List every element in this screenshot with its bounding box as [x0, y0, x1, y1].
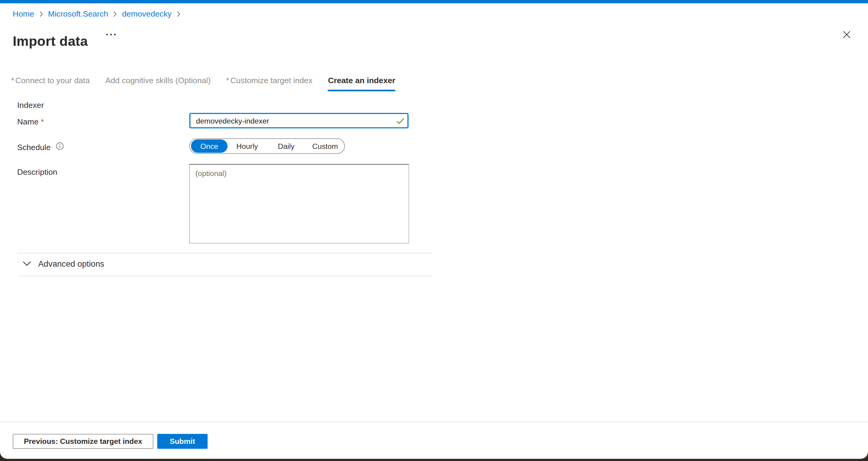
tab-connect-to-your-data[interactable]: * Connect to your data: [11, 76, 90, 91]
description-textarea[interactable]: [189, 164, 409, 243]
divider: [17, 276, 433, 276]
schedule-label-text: Schedule: [17, 143, 51, 151]
close-icon: [842, 30, 851, 38]
ellipsis-icon: [106, 34, 108, 36]
footer-divider: [0, 422, 868, 423]
tab-label: Customize target index: [230, 76, 312, 85]
chevron-right-icon: [39, 11, 43, 17]
valid-checkmark-icon: [396, 117, 405, 127]
page-title: Import data: [13, 34, 88, 50]
breadcrumb-link-home[interactable]: Home: [13, 9, 34, 18]
indexer-name-input[interactable]: [189, 113, 408, 128]
ellipsis-icon: [110, 34, 112, 36]
previous-step-button[interactable]: Previous: Customize target index: [13, 434, 153, 449]
schedule-option-daily[interactable]: Daily: [278, 142, 294, 150]
submit-button[interactable]: Submit: [157, 434, 208, 449]
tab-add-cognitive-skills[interactable]: Add cognitive skills (Optional): [105, 76, 210, 91]
tab-label: Create an indexer: [328, 76, 396, 85]
wizard-tabs: * Connect to your data Add cognitive ski…: [11, 76, 396, 91]
indexer-section-heading: Indexer: [17, 101, 44, 110]
schedule-toggle-group: Once Hourly Daily Custom: [189, 138, 345, 154]
name-label-text: Name: [17, 117, 38, 126]
name-field: [189, 113, 408, 128]
more-options-button[interactable]: [104, 32, 118, 38]
breadcrumb-link-microsoft-search[interactable]: Microsoft.Search: [48, 9, 108, 18]
schedule-option-hourly[interactable]: Hourly: [236, 142, 258, 150]
page-stage: Home Microsoft.Search demovedecky Import…: [0, 0, 868, 461]
info-icon[interactable]: [56, 142, 64, 152]
tab-required-marker: *: [11, 76, 14, 85]
chevron-down-icon: [23, 261, 31, 266]
ellipsis-icon: [114, 34, 116, 36]
chevron-right-icon: [113, 11, 117, 17]
tab-required-marker: *: [226, 76, 229, 85]
tab-label: Add cognitive skills (Optional): [105, 76, 210, 85]
close-button[interactable]: [839, 27, 854, 41]
portal-accent-bar: [0, 0, 868, 3]
tab-customize-target-index[interactable]: * Customize target index: [226, 76, 312, 91]
schedule-option-once[interactable]: Once: [191, 140, 227, 153]
divider: [17, 253, 433, 253]
import-data-panel: Home Microsoft.Search demovedecky Import…: [0, 0, 868, 459]
tab-create-an-indexer[interactable]: Create an indexer: [328, 76, 396, 91]
required-asterisk: *: [41, 117, 44, 126]
tab-label: Connect to your data: [16, 76, 90, 85]
schedule-option-custom[interactable]: Custom: [312, 142, 338, 150]
chevron-right-icon: [177, 11, 181, 17]
advanced-options-label: Advanced options: [38, 259, 104, 269]
breadcrumb: Home Microsoft.Search demovedecky: [13, 9, 180, 18]
advanced-options-toggle[interactable]: Advanced options: [23, 259, 104, 269]
breadcrumb-link-demovedecky[interactable]: demovedecky: [122, 9, 172, 18]
name-field-label: Name*: [17, 117, 44, 126]
schedule-field-label: Schedule: [17, 142, 64, 152]
description-field-label: Description: [17, 168, 57, 177]
